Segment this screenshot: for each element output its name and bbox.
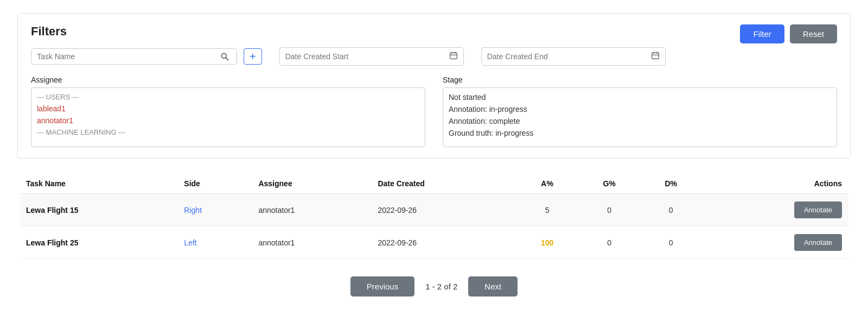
task-name-input[interactable]: [37, 52, 218, 61]
reset-button[interactable]: Reset: [790, 24, 837, 43]
filters-section: Filters Filter Reset +: [17, 13, 851, 159]
previous-button[interactable]: Previous: [350, 276, 414, 297]
table-header-row: Task Name Side Assignee Date Created A% …: [20, 174, 848, 194]
search-icon: [220, 52, 229, 61]
list-item[interactable]: Annotation: in-progress: [448, 103, 832, 115]
add-filter-button[interactable]: +: [244, 48, 262, 65]
list-item[interactable]: --- USERS ---: [36, 91, 420, 103]
cell-d-pct: 0: [640, 226, 701, 259]
page-wrapper: Filters Filter Reset +: [0, 0, 868, 328]
cell-a-pct: 5: [516, 194, 578, 226]
assignee-list-box[interactable]: --- USERS --- lablead1 annotator1 --- MA…: [31, 87, 425, 147]
col-header-d-pct: D%: [640, 174, 701, 194]
svg-line-1: [226, 58, 228, 60]
task-name-input-wrap: [31, 48, 237, 65]
col-header-task-name: Task Name: [20, 174, 177, 194]
annotate-button[interactable]: Annotate: [794, 234, 842, 251]
plus-icon: +: [250, 51, 256, 62]
table-section: Task Name Side Assignee Date Created A% …: [17, 174, 851, 259]
date-end-input[interactable]: [487, 52, 651, 61]
date-end-input-wrap: [481, 47, 666, 66]
cell-side: Right: [177, 194, 252, 226]
cell-task-name: Lewa Flight 15: [20, 194, 177, 226]
cell-date-created: 2022-09-26: [371, 226, 516, 259]
filter-button[interactable]: Filter: [740, 24, 784, 43]
stage-list-box[interactable]: Not started Annotation: in-progress Anno…: [443, 87, 837, 147]
date-start-input[interactable]: [285, 52, 449, 61]
calendar-start-icon[interactable]: [449, 51, 458, 62]
filters-title: Filters: [31, 24, 837, 39]
list-item[interactable]: annotator1: [36, 115, 420, 127]
cell-date-created: 2022-09-26: [371, 194, 516, 226]
filter-action-buttons: Filter Reset: [740, 24, 837, 43]
col-header-actions: Actions: [701, 174, 848, 194]
cell-a-pct: 100: [516, 226, 578, 259]
list-item[interactable]: lablead1: [36, 103, 420, 115]
col-header-date-created: Date Created: [371, 174, 516, 194]
assignee-label: Assignee: [31, 75, 425, 84]
col-header-assignee: Assignee: [252, 174, 371, 194]
table-row: Lewa Flight 15 Right annotator1 2022-09-…: [20, 194, 848, 226]
tasks-table: Task Name Side Assignee Date Created A% …: [20, 174, 848, 259]
cell-task-name: Lewa Flight 25: [20, 226, 177, 259]
cell-g-pct: 0: [578, 226, 641, 259]
svg-rect-2: [450, 53, 457, 59]
col-header-a-pct: A%: [516, 174, 578, 194]
next-button[interactable]: Next: [468, 276, 518, 297]
cell-g-pct: 0: [578, 194, 641, 226]
table-row: Lewa Flight 25 Left annotator1 2022-09-2…: [20, 226, 848, 259]
pagination-row: Previous 1 - 2 of 2 Next: [17, 276, 851, 297]
list-item[interactable]: --- MACHINE LEARNING ---: [36, 127, 420, 138]
cell-assignee: annotator1: [252, 194, 371, 226]
col-header-g-pct: G%: [578, 174, 641, 194]
cell-side: Left: [177, 226, 252, 259]
assignee-filter-group: Assignee --- USERS --- lablead1 annotato…: [31, 75, 425, 147]
svg-point-0: [221, 53, 226, 58]
date-start-input-wrap: [279, 47, 464, 66]
list-item[interactable]: Annotation: complete: [448, 115, 832, 127]
stage-label: Stage: [443, 75, 837, 84]
cell-d-pct: 0: [640, 194, 701, 226]
annotate-button[interactable]: Annotate: [794, 201, 842, 218]
stage-filter-group: Stage Not started Annotation: in-progres…: [443, 75, 837, 147]
svg-rect-6: [652, 53, 659, 59]
cell-assignee: annotator1: [252, 226, 371, 259]
cell-actions: Annotate: [701, 226, 848, 259]
pagination-info: 1 - 2 of 2: [425, 282, 457, 291]
list-item[interactable]: Not started: [448, 91, 832, 103]
search-icon-button[interactable]: [218, 52, 231, 61]
col-header-side: Side: [177, 174, 252, 194]
calendar-end-icon[interactable]: [651, 51, 660, 62]
cell-actions: Annotate: [701, 194, 848, 226]
filters-bottom-row: Assignee --- USERS --- lablead1 annotato…: [31, 75, 837, 147]
list-item[interactable]: Ground truth: in-progress: [448, 127, 832, 139]
filters-top-row: +: [31, 47, 837, 66]
